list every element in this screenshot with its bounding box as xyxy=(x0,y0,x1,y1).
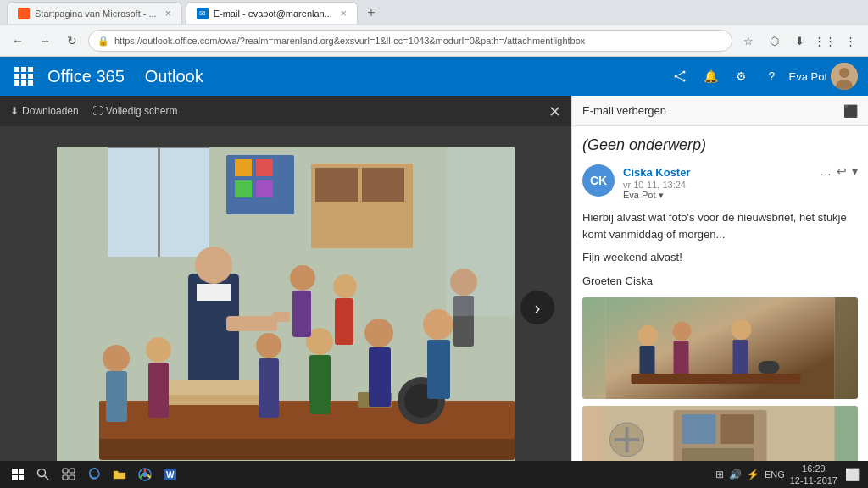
email-subject: (Geen onderwerp) xyxy=(582,136,858,154)
app-name: Outlook xyxy=(145,67,203,86)
svg-rect-31 xyxy=(106,371,127,422)
explorer-icon[interactable] xyxy=(108,463,131,485)
tab-active[interactable]: ✉ E-mail - evapot@marenlan... × xyxy=(186,2,358,24)
svg-line-70 xyxy=(45,476,49,480)
language-indicator[interactable]: ENG xyxy=(765,469,785,480)
search-taskbar-button[interactable] xyxy=(32,463,54,485)
action-center-icon[interactable]: ⬜ xyxy=(843,465,861,484)
svg-rect-16 xyxy=(256,180,273,197)
address-text: https://outlook.office.com/owa/?realm=ma… xyxy=(114,36,723,46)
tab-close-btn[interactable]: × xyxy=(165,8,171,19)
forward-button[interactable]: → xyxy=(34,30,56,52)
expand-icon[interactable]: ▾ xyxy=(852,164,858,178)
svg-point-38 xyxy=(364,319,393,347)
menu-icon[interactable]: ⋮ xyxy=(839,30,861,52)
app-bar-icons: 🔔 ⚙ ? Eva Pot xyxy=(666,63,858,90)
svg-rect-45 xyxy=(335,298,353,345)
help-icon[interactable]: ? xyxy=(758,63,785,90)
email-panel-header: E-mail verbergen ⬛ xyxy=(572,96,868,126)
email-header-row: CK Ciska Koster vr 10-11, 13:24 Eva Pot … xyxy=(582,164,858,201)
battery-icon[interactable]: ⚡ xyxy=(747,469,760,480)
main-photo xyxy=(57,147,515,469)
svg-rect-39 xyxy=(369,347,391,407)
svg-rect-60 xyxy=(759,361,780,374)
email-to: Eva Pot ▾ xyxy=(623,190,820,201)
svg-rect-59 xyxy=(632,374,801,384)
browser-icons: ☆ ⬡ ⬇ ⋮⋮ ⋮ xyxy=(737,30,861,52)
address-bar[interactable]: 🔒 https://outlook.office.com/owa/?realm=… xyxy=(88,30,732,52)
svg-rect-37 xyxy=(309,355,331,414)
close-button[interactable]: ✕ xyxy=(548,103,561,121)
sender-initials: CK xyxy=(590,174,607,187)
browser-chrome: Startpagina van Microsoft - ... × ✉ E-ma… xyxy=(0,0,868,57)
tab-close-btn[interactable]: × xyxy=(341,8,347,19)
svg-line-4 xyxy=(676,76,684,80)
start-button[interactable] xyxy=(7,463,29,485)
share-icon[interactable] xyxy=(666,63,693,90)
svg-point-32 xyxy=(146,337,171,363)
svg-rect-49 xyxy=(226,316,277,331)
svg-point-30 xyxy=(103,345,130,372)
tab-label: E-mail - evapot@marenlan... xyxy=(214,8,332,19)
download-button[interactable]: ⬇ Downloaden xyxy=(10,105,79,117)
tab-bar: Startpagina van Microsoft - ... × ✉ E-ma… xyxy=(0,0,868,25)
extension-icon[interactable]: ⬡ xyxy=(763,30,785,52)
user-avatar[interactable] xyxy=(831,63,858,90)
ms-favicon xyxy=(18,8,30,19)
email-meta: Ciska Koster vr 10-11, 13:24 Eva Pot ▾ xyxy=(623,164,820,201)
back-button[interactable]: ← xyxy=(7,30,29,52)
waffle-icon xyxy=(14,67,33,86)
new-tab-button[interactable]: + xyxy=(361,3,381,23)
body-line-3: Groeten Ciska xyxy=(582,273,858,290)
word-icon[interactable]: W xyxy=(159,463,181,485)
network-icon[interactable]: ⊞ xyxy=(715,469,724,480)
svg-rect-15 xyxy=(235,180,252,197)
app-bar: Office 365 Outlook 🔔 ⚙ ? Eva Pot xyxy=(0,57,868,96)
email-images xyxy=(582,297,858,474)
refresh-button[interactable]: ↻ xyxy=(61,30,83,52)
svg-rect-41 xyxy=(427,340,450,399)
svg-point-69 xyxy=(38,469,46,477)
volume-icon[interactable]: 🔊 xyxy=(729,469,742,480)
outlook-favicon: ✉ xyxy=(197,8,209,19)
chrome-icon[interactable] xyxy=(134,463,156,485)
attachment-toolbar: ⬇ Downloaden ⛶ Volledig scherm ✕ xyxy=(0,96,571,126)
main-content: ⬇ Downloaden ⛶ Volledig scherm ✕ xyxy=(0,96,868,488)
waffle-button[interactable] xyxy=(10,63,37,90)
svg-rect-43 xyxy=(292,291,311,337)
lock-icon: 🔒 xyxy=(97,36,109,47)
download-icon: ⬇ xyxy=(10,105,19,117)
svg-point-57 xyxy=(732,319,752,340)
svg-rect-13 xyxy=(235,159,252,176)
user-name-label: Eva Pot xyxy=(788,70,827,83)
svg-rect-22 xyxy=(197,284,231,301)
expand-panel-button[interactable]: ⬛ xyxy=(843,104,858,118)
email-panel: E-mail verbergen ⬛ (Geen onderwerp) CK C… xyxy=(571,96,868,488)
tab-label: Startpagina van Microsoft - ... xyxy=(35,8,157,19)
next-photo-button[interactable]: › xyxy=(520,291,554,324)
apps-icon[interactable]: ⋮⋮ xyxy=(814,30,836,52)
time-display: 16:29 xyxy=(790,463,837,474)
svg-rect-71 xyxy=(63,469,68,473)
sender-name[interactable]: Ciska Koster xyxy=(623,166,690,179)
svg-point-44 xyxy=(333,274,357,298)
svg-rect-18 xyxy=(315,168,358,202)
windows-logo-icon xyxy=(12,469,24,480)
bookmark-icon[interactable]: ☆ xyxy=(737,30,760,52)
fullscreen-icon: ⛶ xyxy=(92,105,103,117)
reply-icon[interactable]: ↩ xyxy=(837,164,847,178)
edge-icon[interactable] xyxy=(83,463,105,485)
fullscreen-label: Volledig scherm xyxy=(106,105,178,117)
notifications-icon[interactable]: 🔔 xyxy=(697,63,724,90)
more-options-icon[interactable]: … xyxy=(820,164,832,178)
date-display: 12-11-2017 xyxy=(790,474,837,486)
tab-inactive[interactable]: Startpagina van Microsoft - ... × xyxy=(7,2,182,24)
download-icon[interactable]: ⬇ xyxy=(788,30,810,52)
settings-icon[interactable]: ⚙ xyxy=(727,63,754,90)
svg-point-6 xyxy=(839,68,849,78)
clock[interactable]: 16:29 12-11-2017 xyxy=(790,463,837,487)
email-attachment-image-1[interactable] xyxy=(582,297,858,399)
body-line-2: Fijn weekend alvast! xyxy=(582,249,858,266)
taskview-button[interactable] xyxy=(58,463,80,485)
fullscreen-button[interactable]: ⛶ Volledig scherm xyxy=(92,105,178,117)
